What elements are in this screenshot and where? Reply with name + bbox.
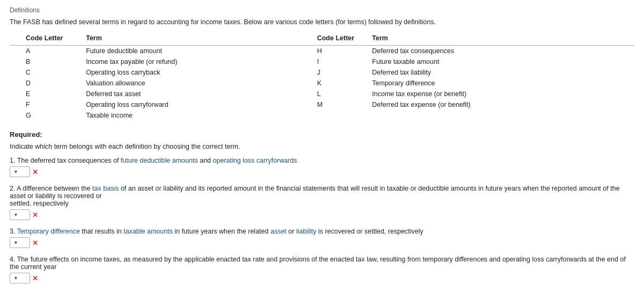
- page-title: Definitions: [10, 6, 634, 14]
- term-1: Deferred tax asset: [86, 89, 306, 99]
- question-block-1: 1. The deferred tax consequences of futu…: [10, 157, 634, 177]
- question-text-3: 3. Temporary difference that results in …: [10, 228, 634, 235]
- blue-term: future deductible amounts: [121, 157, 198, 164]
- blue-term: taxable amounts: [123, 228, 173, 235]
- code-letter-1: A: [10, 46, 86, 57]
- answer-dropdown-2[interactable]: ▼: [10, 209, 30, 220]
- col1-term-header: Term: [86, 33, 306, 46]
- col1-code-header: Code Letter: [10, 33, 86, 46]
- question-text-1: 1. The deferred tax consequences of futu…: [10, 157, 634, 164]
- blue-term: operating loss carryforwards: [213, 157, 297, 164]
- question-block-4: 4. The future effects on income taxes, a…: [10, 256, 634, 283]
- answer-dropdown-1[interactable]: ▼: [10, 166, 30, 177]
- code-letter-2: H: [306, 46, 372, 57]
- term-1: Valuation allowance: [86, 78, 306, 89]
- table-row: E Deferred tax asset L Income tax expens…: [10, 89, 634, 99]
- answer-dropdown-3[interactable]: ▼: [10, 237, 30, 248]
- dropdown-arrow-icon: ▼: [13, 212, 19, 217]
- term-2: Deferred tax liability: [372, 67, 634, 78]
- normal-term: and: [198, 157, 213, 164]
- term-2: Income tax expense (or benefit): [372, 89, 634, 99]
- answer-row-1: ▼✕: [10, 166, 634, 177]
- blue-term: Temporary difference: [17, 228, 80, 235]
- term-2: Temporary difference: [372, 78, 634, 89]
- code-letter-1: E: [10, 89, 86, 99]
- normal-term: that results in: [80, 228, 123, 235]
- code-letter-2: M: [306, 99, 372, 110]
- question-number: 4.: [10, 256, 17, 263]
- table-row: C Operating loss carryback J Deferred ta…: [10, 67, 634, 78]
- table-row: D Valuation allowance K Temporary differ…: [10, 78, 634, 89]
- wrong-answer-x-3: ✕: [32, 239, 38, 247]
- question-number: 3.: [10, 228, 17, 235]
- normal-term: or: [287, 228, 296, 235]
- required-label: Required:: [10, 130, 634, 139]
- code-letter-2: L: [306, 89, 372, 99]
- normal-term: A difference between the: [17, 185, 92, 192]
- term-1: Taxable income: [86, 110, 306, 121]
- code-letter-2: J: [306, 67, 372, 78]
- term-1: Income tax payable (or refund): [86, 56, 306, 67]
- question-text-4: 4. The future effects on income taxes, a…: [10, 256, 634, 271]
- code-letter-2: [306, 110, 372, 121]
- dropdown-arrow-icon: ▼: [13, 275, 19, 281]
- col2-term-header: Term: [372, 33, 634, 46]
- normal-term: The deferred tax consequences of: [17, 157, 121, 164]
- wrong-answer-x-1: ✕: [32, 168, 38, 176]
- definitions-table: Code Letter Term Code Letter Term A Futu…: [10, 33, 634, 121]
- table-row: B Income tax payable (or refund) I Futur…: [10, 56, 634, 67]
- question-block-3: 3. Temporary difference that results in …: [10, 228, 634, 248]
- table-row: A Future deductible amount H Deferred ta…: [10, 46, 634, 57]
- questions-container: 1. The deferred tax consequences of futu…: [10, 157, 634, 291]
- normal-term: in future years when the related: [173, 228, 270, 235]
- question-block-2: 2. A difference between the tax basis of…: [10, 185, 634, 220]
- wrong-answer-x-4: ✕: [32, 274, 38, 282]
- col2-code-header: Code Letter: [306, 33, 372, 46]
- dropdown-arrow-icon: ▼: [13, 169, 19, 174]
- code-letter-1: C: [10, 67, 86, 78]
- term-2: Deferred tax expense (or benefit): [372, 99, 634, 110]
- term-2: [372, 110, 634, 121]
- term-2: Deferred tax consequences: [372, 46, 634, 57]
- instruction-text: Indicate which term belongs with each de…: [10, 143, 634, 150]
- normal-term: settled, respectively: [10, 200, 69, 207]
- answer-row-3: ▼✕: [10, 237, 634, 248]
- term-2: Future taxable amount: [372, 56, 634, 67]
- blue-term: liability: [296, 228, 317, 235]
- question-text-2: 2. A difference between the tax basis of…: [10, 185, 634, 207]
- table-row: F Operating loss carryforward M Deferred…: [10, 99, 634, 110]
- blue-term: asset: [270, 228, 287, 235]
- normal-term: The future effects on income taxes, as m…: [10, 256, 626, 271]
- blue-term: tax basis: [92, 185, 119, 192]
- code-letter-1: G: [10, 110, 86, 121]
- question-number: 1.: [10, 157, 17, 164]
- answer-row-2: ▼✕: [10, 209, 634, 220]
- term-1: Operating loss carryforward: [86, 99, 306, 110]
- answer-dropdown-4[interactable]: ▼: [10, 273, 30, 283]
- term-1: Future deductible amount: [86, 46, 306, 57]
- code-letter-2: K: [306, 78, 372, 89]
- dropdown-arrow-icon: ▼: [13, 240, 19, 245]
- term-1: Operating loss carryback: [86, 67, 306, 78]
- code-letter-1: D: [10, 78, 86, 89]
- table-row: G Taxable income: [10, 110, 634, 121]
- code-letter-1: F: [10, 99, 86, 110]
- question-number: 2.: [10, 185, 17, 192]
- wrong-answer-x-2: ✕: [32, 211, 38, 219]
- answer-row-4: ▼✕: [10, 273, 634, 283]
- normal-term: is recovered or settled, respectively: [316, 228, 423, 235]
- code-letter-1: B: [10, 56, 86, 67]
- code-letter-2: I: [306, 56, 372, 67]
- intro-text: The FASB has defined several terms in re…: [10, 18, 634, 26]
